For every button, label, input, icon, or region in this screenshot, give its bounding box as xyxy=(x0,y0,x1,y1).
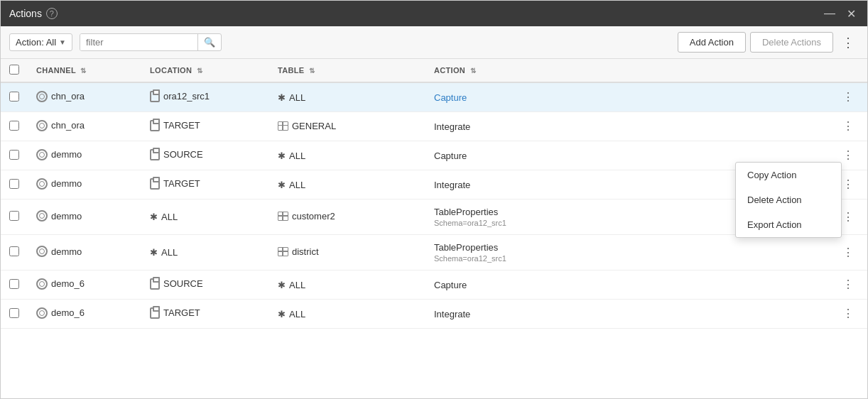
titlebar: Actions ? — ✕ xyxy=(1,1,867,26)
search-button[interactable]: 🔍 xyxy=(197,34,221,50)
table-row: demo_6SOURCE✱ALLCapture⋮ xyxy=(1,270,867,300)
table-cell-content: ✱ALL xyxy=(278,92,305,103)
table-name: ALL xyxy=(289,151,305,161)
toolbar-right: Add Action Delete Actions ⋮ xyxy=(678,32,859,53)
row-checkbox[interactable] xyxy=(9,150,19,160)
context-menu: Copy Action Delete Action Export Action xyxy=(735,162,842,238)
toolbar: Action: All ▼ 🔍 Add Action Delete Action… xyxy=(1,26,867,59)
star-icon: ✱ xyxy=(150,212,158,222)
action-text: TablePropertiesSchema=ora12_src1 xyxy=(434,242,821,263)
row-location: TARGET xyxy=(141,112,269,141)
filter-input[interactable] xyxy=(80,34,197,50)
header-channel[interactable]: CHANNEL ⇅ xyxy=(28,59,141,82)
header-action[interactable]: ACTION ⇅ xyxy=(425,59,830,82)
location-cell-content: TARGET xyxy=(150,120,200,131)
channel-icon xyxy=(36,307,48,319)
add-action-button[interactable]: Add Action xyxy=(678,32,746,53)
row-menu-cell: ⋮ xyxy=(830,300,867,329)
row-checkbox-cell xyxy=(1,235,28,270)
table-name: customer2 xyxy=(292,211,335,222)
row-menu-button[interactable]: ⋮ xyxy=(838,307,859,321)
table-cell-content: GENERAL xyxy=(278,121,336,131)
context-menu-copy[interactable]: Copy Action xyxy=(736,163,841,187)
sort-icon-location: ⇅ xyxy=(197,67,202,75)
star-icon: ✱ xyxy=(278,180,286,190)
channel-cell-content: demmo xyxy=(36,246,82,257)
help-icon[interactable]: ? xyxy=(46,8,58,19)
action-text: Integrate xyxy=(434,309,470,319)
row-checkbox-cell xyxy=(1,82,28,112)
location-name: ALL xyxy=(161,212,178,222)
action-sub: Schema=ora12_src1 xyxy=(434,254,821,263)
delete-actions-button[interactable]: Delete Actions xyxy=(750,32,833,53)
row-menu-button[interactable]: ⋮ xyxy=(838,90,859,104)
channel-icon xyxy=(36,210,48,222)
row-action: Capture xyxy=(425,270,830,300)
row-table: ✱ALL xyxy=(269,141,425,170)
channel-cell-content: demmo xyxy=(36,210,82,222)
table-name: GENERAL xyxy=(292,121,336,131)
table-cell-content: ✱ALL xyxy=(278,280,305,290)
star-icon: ✱ xyxy=(278,151,286,161)
action-link[interactable]: Capture xyxy=(434,92,467,103)
channel-name: demo_6 xyxy=(51,278,85,289)
row-checkbox[interactable] xyxy=(9,121,19,131)
row-table: ✱ALL xyxy=(269,170,425,200)
close-button[interactable]: ✕ xyxy=(844,6,859,22)
row-checkbox[interactable] xyxy=(9,246,19,256)
table-name: ALL xyxy=(289,280,305,290)
location-icon xyxy=(150,91,160,102)
row-action: Capture xyxy=(425,82,830,112)
context-menu-delete[interactable]: Delete Action xyxy=(736,187,841,212)
channel-icon xyxy=(36,149,48,160)
row-menu-button[interactable]: ⋮ xyxy=(838,278,859,292)
table-cell-content: ✱ALL xyxy=(278,309,305,319)
channel-name: demmo xyxy=(51,211,82,222)
row-channel: demo_6 xyxy=(28,270,141,300)
channel-icon xyxy=(36,278,48,290)
row-location: ora12_src1 xyxy=(141,82,269,112)
row-checkbox-cell xyxy=(1,270,28,300)
row-table: ✱ALL xyxy=(269,300,425,329)
header-table[interactable]: TABLE ⇅ xyxy=(269,59,425,82)
channel-cell-content: demmo xyxy=(36,149,82,160)
table-row: chn_oraora12_src1✱ALLCapture⋮ xyxy=(1,82,867,112)
row-location: SOURCE xyxy=(141,141,269,170)
location-cell-content: SOURCE xyxy=(150,149,203,160)
location-cell-content: ora12_src1 xyxy=(150,91,210,102)
row-menu-button[interactable]: ⋮ xyxy=(838,148,859,163)
row-menu-button[interactable]: ⋮ xyxy=(838,119,859,133)
row-checkbox[interactable] xyxy=(9,179,19,189)
action-filter-dropdown[interactable]: Action: All ▼ xyxy=(9,33,72,51)
minimize-button[interactable]: — xyxy=(821,6,838,21)
row-action: TablePropertiesSchema=ora12_src1 xyxy=(425,235,830,270)
row-checkbox[interactable] xyxy=(9,92,19,102)
location-icon xyxy=(150,307,160,319)
row-checkbox[interactable] xyxy=(9,211,19,221)
location-icon xyxy=(150,178,160,190)
row-channel: chn_ora xyxy=(28,112,141,141)
window-controls: — ✕ xyxy=(821,6,859,22)
channel-name: demmo xyxy=(51,178,82,189)
row-checkbox[interactable] xyxy=(9,308,19,318)
channel-cell-content: demo_6 xyxy=(36,278,85,290)
row-channel: demmo xyxy=(28,235,141,270)
toolbar-more-button[interactable]: ⋮ xyxy=(837,33,859,52)
select-all-checkbox[interactable] xyxy=(9,65,19,75)
header-location[interactable]: LOCATION ⇅ xyxy=(141,59,269,82)
channel-name: chn_ora xyxy=(51,120,85,131)
row-channel: demo_6 xyxy=(28,300,141,329)
row-table: customer2 xyxy=(269,200,425,235)
table-cell-content: ✱ALL xyxy=(278,180,305,190)
row-checkbox[interactable] xyxy=(9,279,19,289)
row-channel: chn_ora xyxy=(28,82,141,112)
row-checkbox-cell xyxy=(1,300,28,329)
row-menu-button[interactable]: ⋮ xyxy=(838,246,859,260)
star-icon: ✱ xyxy=(278,309,286,319)
location-cell-content: SOURCE xyxy=(150,278,203,290)
channel-icon xyxy=(36,91,48,102)
row-checkbox-cell xyxy=(1,112,28,141)
table-row: chn_oraTARGETGENERALIntegrate⋮ xyxy=(1,112,867,141)
table-header: CHANNEL ⇅ LOCATION ⇅ TABLE ⇅ ACTION ⇅ xyxy=(1,59,867,82)
context-menu-export[interactable]: Export Action xyxy=(736,212,841,237)
